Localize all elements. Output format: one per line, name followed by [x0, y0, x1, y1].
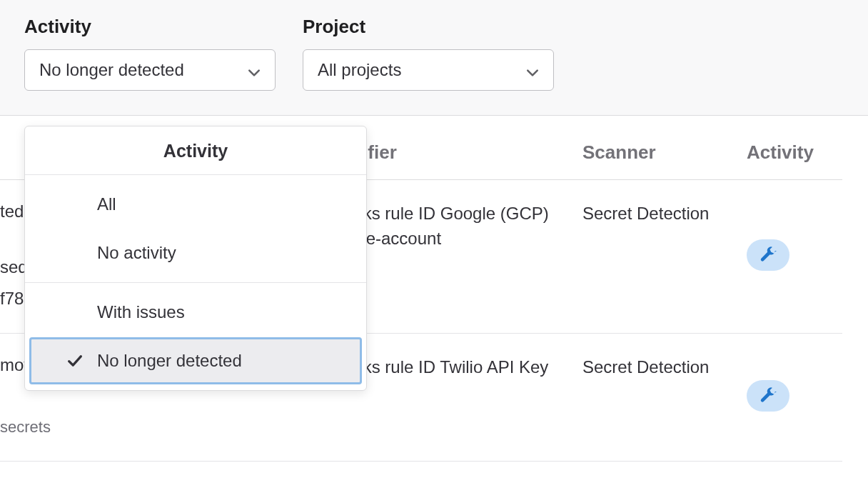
activity-option-with-issues[interactable]: With issues — [29, 289, 362, 336]
vulnerability-scanner: Secret Detection — [582, 355, 747, 437]
project-dropdown-button[interactable]: All projects — [303, 49, 554, 91]
project-filter-label: Project — [303, 16, 554, 38]
table-header-activity: Activity — [747, 141, 839, 164]
activity-menu-title: Activity — [25, 126, 366, 175]
filter-bar: Activity No longer detected Project All … — [0, 0, 868, 116]
vulnerability-scanner: Secret Detection — [582, 201, 747, 309]
project-filter-group: Project All projects — [303, 16, 554, 91]
check-icon — [64, 353, 86, 369]
activity-dropdown-value: No longer detected — [39, 60, 184, 80]
vulnerability-activity — [747, 201, 839, 309]
chevron-down-icon — [248, 64, 261, 76]
activity-option-label: All — [97, 194, 116, 214]
activity-option-label: No longer detected — [97, 351, 242, 371]
activity-option-no-activity[interactable]: No activity — [29, 229, 362, 277]
activity-filter-group: Activity No longer detected — [24, 16, 276, 91]
activity-option-all[interactable]: All — [29, 181, 362, 228]
activity-option-no-longer-detected[interactable]: No longer detected — [29, 337, 362, 384]
activity-menu-section: All No activity — [25, 175, 366, 283]
chevron-down-icon — [526, 64, 539, 76]
activity-dropdown-menu: Activity All No activity With issues No … — [24, 126, 367, 391]
activity-option-label: No activity — [97, 243, 176, 263]
table-header-scanner: Scanner — [582, 141, 747, 164]
activity-filter-label: Activity — [24, 16, 276, 38]
wrench-icon[interactable] — [747, 239, 789, 271]
description-meta: secrets — [0, 418, 318, 437]
activity-dropdown-button[interactable]: No longer detected — [24, 49, 276, 91]
vulnerability-activity — [747, 355, 839, 437]
project-dropdown-value: All projects — [318, 60, 401, 80]
wrench-icon[interactable] — [747, 380, 789, 412]
activity-option-label: With issues — [97, 302, 185, 322]
activity-menu-section: With issues No longer detected — [25, 283, 366, 390]
